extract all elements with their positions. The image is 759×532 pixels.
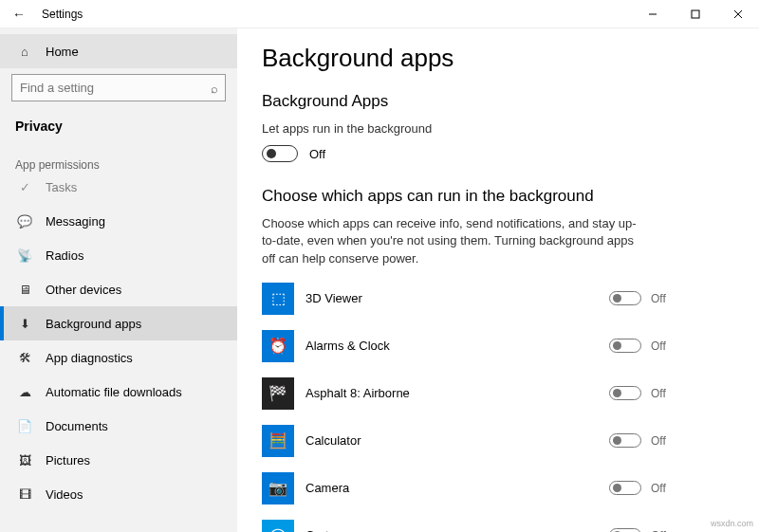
app-icon: 🏁 [262, 377, 294, 410]
app-row: 🏁Asphalt 8: AirborneOff [262, 370, 670, 417]
app-row: ◯CortanaOff [262, 512, 670, 532]
sidebar-item-other-devices[interactable]: 🖥Other devices [0, 272, 237, 306]
home-icon: ⌂ [17, 44, 32, 59]
back-button[interactable]: ← [0, 7, 38, 22]
app-toggle[interactable] [609, 433, 641, 448]
app-icon: 📷 [262, 472, 294, 504]
nav-icon: 📡 [17, 248, 32, 263]
sidebar-item-automatic-file-downloads[interactable]: ☁Automatic file downloads [0, 375, 237, 409]
sidebar-item-label: Documents [46, 419, 108, 433]
search-input[interactable] [11, 74, 226, 101]
app-icon: ⏰ [262, 330, 294, 362]
sidebar-item-label: Background apps [46, 317, 141, 331]
sidebar-item-tasks[interactable]: ✓Tasks [0, 170, 237, 204]
nav-icon: 💬 [17, 213, 32, 229]
sidebar-item-label: Pictures [46, 453, 90, 468]
sidebar-item-documents[interactable]: 📄Documents [0, 409, 237, 443]
section-description: Choose which apps can receive info, send… [262, 215, 641, 267]
app-toggle-state: Off [651, 434, 670, 448]
main-panel: Background apps Background Apps Let apps… [237, 28, 759, 532]
app-icon: 🧮 [262, 425, 294, 457]
sidebar-item-radios[interactable]: 📡Radios [0, 238, 237, 272]
master-toggle-state: Off [309, 147, 325, 161]
section-heading: Choose which apps can run in the backgro… [262, 187, 734, 206]
app-toggle[interactable] [609, 386, 641, 400]
sidebar-item-label: Automatic file downloads [46, 385, 182, 399]
sidebar-item-label: Other devices [46, 283, 121, 297]
sidebar-item-label: Videos [46, 487, 83, 502]
sidebar-item-pictures[interactable]: 🖼Pictures [0, 443, 237, 477]
app-toggle[interactable] [609, 339, 641, 353]
nav-icon: 🛠 [17, 350, 32, 365]
app-toggle[interactable] [609, 291, 641, 305]
master-toggle[interactable] [262, 145, 298, 162]
app-row: ⏰Alarms & ClockOff [262, 322, 670, 370]
master-toggle-label: Let apps run in the background [262, 120, 641, 138]
sidebar-item-app-diagnostics[interactable]: 🛠App diagnostics [0, 340, 237, 375]
app-toggle[interactable] [609, 481, 641, 495]
search-icon: ⌕ [211, 81, 218, 95]
maximize-button[interactable] [674, 0, 716, 28]
app-toggle-state: Off [651, 482, 670, 495]
sidebar-item-messaging[interactable]: 💬Messaging [0, 204, 237, 238]
nav-icon: 📄 [17, 418, 32, 433]
home-button[interactable]: ⌂ Home [0, 34, 237, 68]
app-icon: ⬚ [262, 283, 294, 315]
category-title: Privacy [0, 111, 237, 145]
app-name: 3D Viewer [305, 291, 598, 305]
app-name: Asphalt 8: Airborne [305, 386, 598, 400]
nav-icon: ⬇ [17, 316, 32, 331]
app-name: Camera [305, 481, 598, 495]
app-toggle-state: Off [651, 387, 670, 400]
sidebar-item-label: Tasks [46, 180, 77, 194]
nav-icon: 🖼 [17, 452, 32, 468]
app-toggle-state: Off [651, 292, 670, 305]
nav-icon: 🎞 [17, 486, 32, 502]
app-row: ⬚3D ViewerOff [262, 275, 670, 322]
app-toggle-state: Off [651, 339, 670, 353]
close-button[interactable] [716, 0, 759, 28]
section-heading: Background Apps [262, 92, 734, 111]
nav-icon: ✓ [17, 179, 32, 194]
sidebar-item-videos[interactable]: 🎞Videos [0, 477, 237, 511]
app-icon: ◯ [262, 520, 294, 532]
nav-icon: 🖥 [17, 282, 32, 297]
app-name: Calculator [305, 433, 598, 448]
minimize-button[interactable] [631, 0, 674, 28]
sidebar: ⌂ Home ⌕ Privacy App permissions ✓Tasks💬… [0, 28, 237, 532]
sidebar-item-label: Messaging [46, 214, 105, 229]
app-toggle[interactable] [609, 528, 641, 532]
svg-rect-1 [692, 10, 699, 18]
window-title: Settings [42, 8, 83, 21]
app-name: Cortana [305, 528, 598, 532]
titlebar: ← Settings [0, 0, 759, 28]
app-name: Alarms & Clock [305, 339, 598, 353]
home-label: Home [46, 45, 79, 59]
sidebar-item-label: App diagnostics [46, 351, 133, 365]
sidebar-item-label: Radios [46, 248, 83, 263]
app-row: 🧮CalculatorOff [262, 417, 670, 465]
page-title: Background apps [262, 44, 734, 73]
sidebar-item-background-apps[interactable]: ⬇Background apps [0, 306, 237, 340]
watermark: wsxdn.com [711, 519, 753, 528]
app-row: 📷CameraOff [262, 465, 670, 512]
nav-icon: ☁ [17, 384, 32, 399]
